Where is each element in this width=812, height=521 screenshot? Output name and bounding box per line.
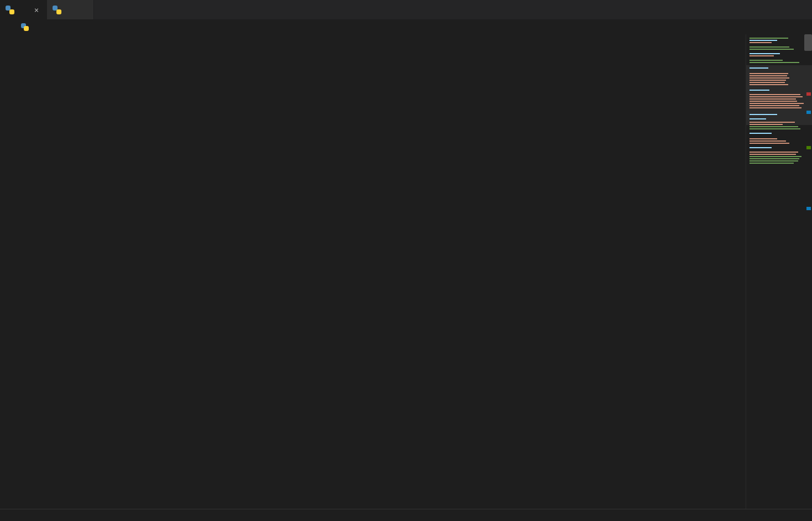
marker-modified <box>806 111 811 114</box>
overview-ruler <box>804 34 812 509</box>
tab-settings[interactable]: × <box>0 0 47 19</box>
compare-icon[interactable] <box>756 2 771 18</box>
python-icon <box>21 23 29 31</box>
status-bar <box>0 509 812 521</box>
python-icon <box>53 6 61 14</box>
tab-actions <box>722 0 812 19</box>
code-area[interactable] <box>42 34 746 509</box>
tab-bar: × <box>0 0 812 20</box>
split-editor-icon[interactable] <box>773 2 789 18</box>
minimap-slider[interactable] <box>746 65 812 125</box>
marker-added <box>806 146 811 149</box>
close-icon[interactable]: × <box>32 6 41 14</box>
more-icon[interactable] <box>791 2 806 18</box>
python-icon <box>6 6 14 14</box>
line-gutter <box>0 34 42 509</box>
breadcrumb[interactable] <box>0 20 812 34</box>
run-dropdown-icon[interactable] <box>746 2 753 18</box>
editor[interactable] <box>0 34 812 509</box>
minimap[interactable] <box>746 34 812 509</box>
tab-urls[interactable] <box>47 0 94 19</box>
marker-modified <box>806 207 811 210</box>
marker-error <box>806 92 811 96</box>
tabs: × <box>0 0 94 19</box>
scrollbar-thumb[interactable] <box>804 34 812 51</box>
run-icon[interactable] <box>728 2 743 18</box>
